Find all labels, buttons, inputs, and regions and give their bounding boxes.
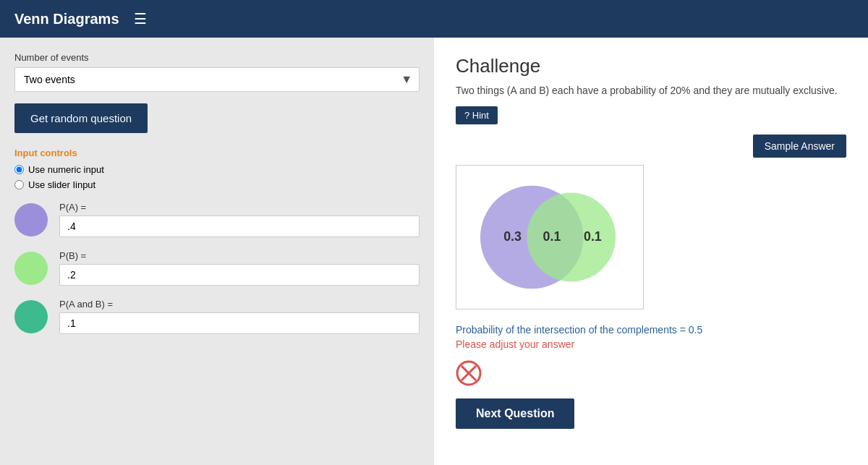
- right-panel: Challenge Two things (A and B) each have…: [434, 38, 868, 465]
- pab-row: P(A and B) =: [14, 299, 420, 334]
- challenge-title: Challenge: [456, 55, 846, 77]
- pa-input[interactable]: [59, 216, 420, 237]
- error-text: Please adjust your answer: [456, 338, 846, 350]
- pab-field: P(A and B) =: [59, 299, 420, 334]
- dropdown-wrapper: Two events Three events ▼: [14, 67, 420, 92]
- header: Venn Diagrams ☰: [0, 0, 868, 38]
- radio-slider-label: Use slider Iinput: [28, 179, 95, 190]
- venn-right-value: 0.1: [584, 229, 602, 244]
- venn-center-value: 0.1: [543, 229, 561, 244]
- probability-inputs: P(A) = P(B) = P(A and B) =: [14, 202, 420, 347]
- pa-field: P(A) =: [59, 202, 420, 237]
- number-of-events-label: Number of events: [14, 52, 420, 63]
- left-panel: Number of events Two events Three events…: [0, 38, 434, 465]
- next-question-button[interactable]: Next Question: [456, 398, 574, 429]
- pb-input[interactable]: [59, 264, 420, 286]
- get-random-question-button[interactable]: Get random question: [14, 103, 148, 133]
- pb-label: P(B) =: [59, 250, 420, 261]
- circle-b: [14, 252, 48, 285]
- venn-diagram: 0.3 0.1 0.1: [456, 165, 644, 310]
- pab-input[interactable]: [59, 312, 420, 334]
- circle-a: [14, 203, 48, 236]
- pa-label: P(A) =: [59, 202, 420, 213]
- circle-ab: [14, 300, 48, 333]
- radio-slider-input[interactable]: [14, 180, 24, 189]
- app-title: Venn Diagrams: [14, 11, 119, 27]
- result-text: Probability of the intersection of the c…: [456, 324, 846, 336]
- venn-left-value: 0.3: [503, 229, 522, 244]
- venn-svg: 0.3 0.1 0.1: [456, 166, 643, 309]
- radio-numeric-option[interactable]: Use numeric input: [14, 164, 420, 175]
- svg-point-1: [527, 193, 616, 282]
- wrong-icon: [456, 360, 846, 391]
- pab-label: P(A and B) =: [59, 299, 420, 310]
- radio-numeric-label: Use numeric input: [28, 164, 104, 175]
- hamburger-icon[interactable]: ☰: [134, 10, 147, 27]
- sample-answer-button[interactable]: Sample Answer: [753, 135, 846, 158]
- pb-field: P(B) =: [59, 250, 420, 286]
- main-container: Number of events Two events Three events…: [0, 38, 868, 465]
- input-controls-label: Input controls: [14, 148, 420, 158]
- challenge-description: Two things (A and B) each have a probabi…: [456, 85, 846, 96]
- radio-slider-option[interactable]: Use slider Iinput: [14, 179, 420, 190]
- hint-button[interactable]: ? Hint: [456, 106, 498, 124]
- input-controls-group: Use numeric input Use slider Iinput: [14, 164, 420, 190]
- radio-numeric-input[interactable]: [14, 165, 24, 174]
- events-dropdown[interactable]: Two events Three events: [14, 67, 420, 92]
- pa-row: P(A) =: [14, 202, 420, 237]
- sample-answer-area: Sample Answer: [456, 135, 846, 158]
- pb-row: P(B) =: [14, 250, 420, 286]
